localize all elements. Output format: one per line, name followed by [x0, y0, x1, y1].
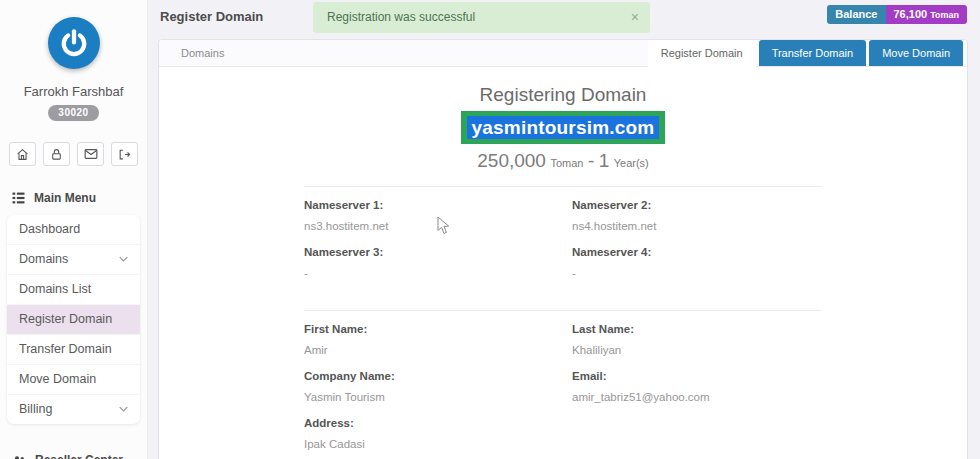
menu-item-label: Dashboard [19, 222, 80, 236]
price-years-label: Year(s) [614, 157, 649, 169]
menu-item-label: Domains List [19, 282, 91, 296]
price-separator: - [588, 150, 594, 171]
field-value: Amir [304, 344, 572, 357]
tab-bar: Register Domain Transfer Domain Move Dom… [648, 40, 963, 66]
close-icon[interactable]: × [631, 2, 639, 33]
balance-currency: Toman [930, 10, 959, 20]
field-label: First Name: [304, 323, 572, 335]
field-nameserver3: Nameserver 3: - [304, 246, 572, 280]
sidebar-item-move-domain[interactable]: Move Domain [7, 365, 140, 395]
field-value: amir_tabriz51@yahoo.com [572, 391, 822, 404]
main-area: Register Domain Registration was success… [148, 0, 980, 459]
menu-item-label: Billing [19, 402, 52, 416]
field-value: - [572, 267, 822, 280]
sidebar-item-dashboard[interactable]: Dashboard [7, 215, 140, 245]
divider [304, 186, 822, 187]
page-title: Register Domain [160, 9, 263, 24]
field-label: Address: [304, 417, 572, 429]
success-alert: Registration was successful × [313, 2, 650, 33]
field-label: Nameserver 3: [304, 246, 572, 258]
user-name: Farrokh Farshbaf [0, 84, 147, 99]
menu-item-label: Register Domain [19, 312, 112, 326]
registering-domain-heading: Registering Domain [159, 84, 967, 106]
home-button[interactable] [9, 142, 36, 166]
reseller-center-header: Reseller Center [12, 453, 147, 459]
sidebar: Farrokh Farshbaf 30020 [0, 0, 148, 459]
field-label: Last Name: [572, 323, 822, 335]
users-icon [12, 455, 26, 459]
contact-fields: First Name: Amir Last Name: Khaliliyan C… [304, 323, 822, 459]
breadcrumb: Domains [159, 40, 224, 66]
field-nameserver2: Nameserver 2: ns4.hostitem.net [572, 199, 822, 233]
home-icon [16, 148, 29, 161]
field-email: Email: amir_tabriz51@yahoo.com [572, 370, 822, 404]
field-first-name: First Name: Amir [304, 323, 572, 357]
menu-item-label: Domains [19, 252, 68, 266]
chevron-down-icon [119, 256, 128, 262]
domain-name: yasmintoursim.com [467, 116, 660, 139]
balance-badge: Balance 76,100Toman [827, 5, 967, 24]
domain-name-badge: yasmintoursim.com [461, 111, 666, 144]
sidebar-item-domains[interactable]: Domains [7, 245, 140, 275]
balance-value: 76,100Toman [886, 5, 968, 24]
price-years: 1 [599, 150, 610, 171]
field-label [572, 417, 822, 429]
field-address: Address: Ipak Cadasi [304, 417, 572, 451]
field-value: Yasmin Tourism [304, 391, 572, 404]
main-menu-header: Main Menu [12, 191, 147, 205]
mail-button[interactable] [77, 142, 104, 166]
menu-item-label: Move Domain [19, 372, 96, 386]
card-body: Registering Domain yasmintoursim.com 250… [159, 84, 967, 459]
price-amount: 250,000 [477, 150, 546, 171]
power-icon [59, 28, 89, 58]
main-menu-label: Main Menu [34, 191, 96, 205]
field-value: ns3.hostitem.net [304, 220, 572, 233]
content-card: Domains Register Domain Transfer Domain … [158, 39, 968, 459]
domain-details-form: Nameserver 1: ns3.hostitem.net Nameserve… [304, 186, 822, 459]
field-company-name: Company Name: Yasmin Tourism [304, 370, 572, 404]
field-value [572, 438, 822, 451]
field-label: Nameserver 2: [572, 199, 822, 211]
balance-label: Balance [827, 5, 885, 24]
field-value: ns4.hostitem.net [572, 220, 822, 233]
lock-button[interactable] [43, 142, 70, 166]
user-id-badge: 30020 [48, 105, 98, 121]
price-line: 250,000 Toman - 1 Year(s) [159, 150, 967, 172]
sidebar-item-billing[interactable]: Billing [7, 395, 140, 424]
field-label: Email: [572, 370, 822, 382]
logout-button[interactable] [111, 142, 138, 166]
main-menu: Dashboard Domains Domains List Register … [7, 215, 140, 424]
sidebar-item-register-domain[interactable]: Register Domain [7, 305, 140, 335]
field-empty [572, 417, 822, 451]
field-value: Ipak Cadasi [304, 438, 572, 451]
reseller-center-label: Reseller Center [35, 453, 123, 459]
tab-transfer-domain[interactable]: Transfer Domain [759, 40, 867, 66]
nameserver-fields: Nameserver 1: ns3.hostitem.net Nameserve… [304, 199, 822, 293]
logout-icon [118, 148, 131, 161]
lock-icon [50, 148, 63, 161]
sidebar-item-transfer-domain[interactable]: Transfer Domain [7, 335, 140, 365]
field-nameserver1: Nameserver 1: ns3.hostitem.net [304, 199, 572, 233]
field-label: Company Name: [304, 370, 572, 382]
quick-actions [0, 142, 147, 166]
field-last-name: Last Name: Khaliliyan [572, 323, 822, 357]
field-value: - [304, 267, 572, 280]
alert-message: Registration was successful [327, 10, 475, 24]
balance-amount: 76,100 [894, 8, 928, 20]
price-currency: Toman [550, 157, 583, 169]
divider [304, 310, 822, 311]
field-value: Khaliliyan [572, 344, 822, 357]
field-label: Nameserver 4: [572, 246, 822, 258]
tab-register-domain[interactable]: Register Domain [648, 40, 756, 68]
app-logo [48, 17, 100, 69]
card-header: Domains Register Domain Transfer Domain … [159, 40, 967, 67]
sidebar-item-domains-list[interactable]: Domains List [7, 275, 140, 305]
chevron-down-icon [119, 406, 128, 412]
tab-move-domain[interactable]: Move Domain [869, 40, 963, 66]
field-label: Nameserver 1: [304, 199, 572, 211]
menu-item-label: Transfer Domain [19, 342, 112, 356]
mail-icon [84, 148, 98, 160]
field-nameserver4: Nameserver 4: - [572, 246, 822, 280]
list-icon [12, 192, 25, 204]
